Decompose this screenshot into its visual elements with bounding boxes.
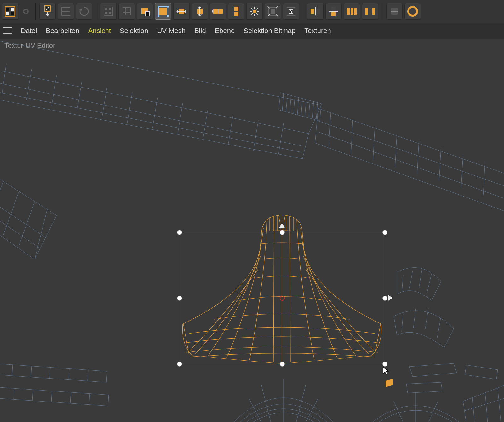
svg-rect-36: [287, 7, 295, 15]
svg-rect-18: [123, 8, 130, 15]
mirror-h-icon[interactable]: [307, 3, 324, 20]
svg-rect-53: [391, 8, 398, 15]
svg-point-13: [105, 8, 107, 10]
uv-wireframe: [0, 39, 504, 422]
svg-point-54: [408, 7, 417, 16]
svg-point-16: [109, 12, 111, 14]
svg-rect-11: [48, 9, 49, 10]
menu-selektion-bitmap[interactable]: Selektion Bitmap: [243, 27, 295, 35]
svg-rect-10: [46, 9, 47, 10]
svg-rect-9: [48, 7, 49, 8]
svg-rect-17: [104, 7, 113, 16]
flip-h-icon[interactable]: [210, 3, 226, 20]
svg-rect-20: [145, 12, 150, 16]
mirror-v-icon[interactable]: [325, 3, 342, 20]
svg-rect-52: [372, 8, 375, 15]
svg-rect-28: [197, 9, 203, 14]
menu-bild[interactable]: Bild: [194, 27, 206, 35]
frame-all-icon[interactable]: [265, 3, 281, 20]
svg-point-26: [167, 15, 169, 17]
toolbar-group-mode: [2, 3, 32, 20]
distribute-h-icon[interactable]: [344, 3, 360, 20]
svg-point-14: [109, 8, 111, 10]
svg-rect-51: [369, 8, 371, 15]
gear-icon[interactable]: [20, 3, 32, 19]
menu-bearbeiten[interactable]: Bearbeiten: [46, 27, 79, 35]
svg-rect-0: [5, 6, 15, 16]
frame-sel-icon[interactable]: [283, 3, 299, 20]
svg-rect-40: [291, 11, 292, 13]
svg-rect-47: [347, 8, 350, 15]
svg-point-5: [24, 9, 28, 14]
svg-rect-8: [46, 7, 47, 8]
menu-ebene[interactable]: Ebene: [215, 27, 235, 35]
svg-rect-29: [213, 9, 218, 14]
svg-rect-21: [159, 8, 167, 15]
scale-y-icon[interactable]: [192, 3, 208, 20]
svg-point-56: [412, 15, 414, 17]
svg-point-23: [158, 6, 159, 8]
svg-rect-22: [158, 7, 168, 16]
transform-icon[interactable]: [155, 3, 171, 20]
recycle-icon[interactable]: [76, 3, 92, 20]
svg-rect-35: [271, 9, 275, 14]
svg-rect-33: [253, 10, 256, 13]
menu-uvmesh[interactable]: UV-Mesh: [157, 27, 185, 35]
toolbar-group-mirror: [307, 3, 378, 20]
lasso-icon[interactable]: [386, 3, 403, 20]
svg-rect-31: [234, 7, 238, 11]
menubar: Datei Bearbeiten Ansicht Selektion UV-Me…: [0, 23, 504, 39]
svg-rect-38: [290, 10, 292, 13]
hamburger-icon[interactable]: [3, 27, 12, 34]
ring-icon[interactable]: [404, 3, 421, 20]
svg-rect-37: [289, 9, 293, 13]
project-down-icon[interactable]: [39, 3, 56, 20]
svg-point-6: [25, 10, 27, 12]
svg-rect-1: [6, 8, 9, 11]
scale-x-icon[interactable]: [173, 3, 190, 20]
cursor-icon: [382, 367, 389, 377]
toolbar-group-unwrap: [39, 3, 92, 20]
svg-rect-7: [45, 6, 50, 11]
svg-rect-39: [290, 10, 291, 11]
cut-seam-icon[interactable]: [58, 3, 74, 20]
svg-point-57: [407, 10, 409, 12]
svg-rect-34: [269, 7, 277, 15]
svg-rect-45: [331, 12, 336, 16]
toolbar-group-tools: [386, 3, 421, 20]
align-x-icon[interactable]: [137, 3, 153, 20]
svg-rect-32: [234, 12, 238, 16]
svg-rect-48: [351, 8, 353, 15]
svg-rect-30: [218, 9, 223, 14]
distribute-v-icon[interactable]: [362, 3, 378, 20]
svg-rect-50: [365, 8, 368, 15]
explode-icon[interactable]: [246, 3, 263, 20]
pack-icon[interactable]: [100, 3, 117, 20]
svg-rect-41: [311, 9, 314, 14]
toolbar-group-arrange: [100, 3, 299, 20]
grid-icon[interactable]: [118, 3, 135, 20]
svg-rect-44: [331, 7, 336, 10]
menu-datei[interactable]: Datei: [21, 27, 37, 35]
flip-v-icon[interactable]: [228, 3, 244, 20]
svg-point-55: [412, 6, 414, 8]
selected-uv-island: [182, 215, 381, 363]
svg-rect-4: [11, 12, 14, 15]
svg-rect-12: [62, 7, 70, 15]
svg-rect-49: [354, 8, 357, 15]
svg-rect-27: [179, 9, 184, 14]
svg-point-24: [167, 6, 169, 8]
svg-rect-19: [141, 8, 148, 14]
svg-point-15: [105, 12, 107, 14]
svg-point-25: [158, 15, 159, 17]
menu-ansicht[interactable]: Ansicht: [88, 27, 111, 35]
menu-texturen[interactable]: Texturen: [304, 27, 331, 35]
uv-checker-icon[interactable]: [2, 3, 18, 20]
svg-rect-42: [316, 9, 320, 14]
svg-rect-3: [6, 12, 9, 15]
menu-selektion[interactable]: Selektion: [120, 27, 148, 35]
svg-rect-2: [11, 8, 14, 11]
svg-point-58: [416, 10, 418, 12]
toolbar: [0, 0, 504, 23]
uv-viewport[interactable]: Textur-UV-Editor: [0, 39, 504, 422]
